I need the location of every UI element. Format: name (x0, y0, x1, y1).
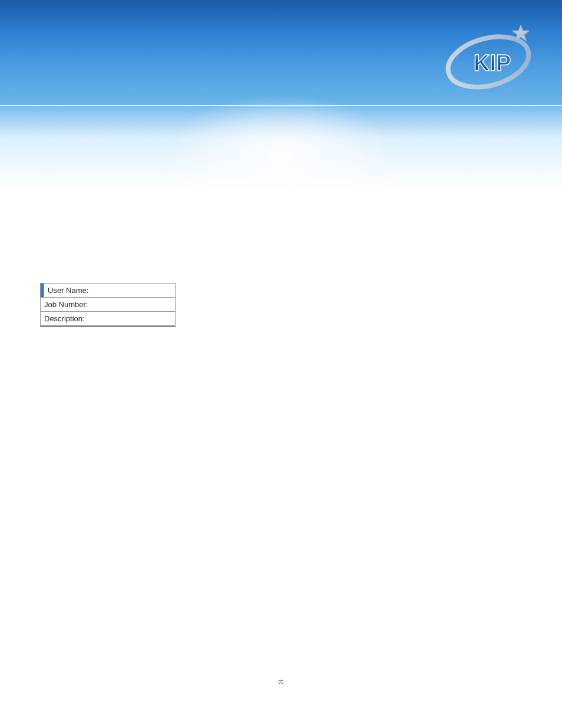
form-label-username: User Name: (44, 284, 176, 298)
copyright-text: © (279, 678, 283, 686)
form-label-jobnumber: Job Number: (41, 298, 176, 312)
kip-logo: KIP (444, 18, 533, 94)
table-row: Description: (41, 312, 176, 327)
header-glow (163, 94, 399, 212)
form-label-description: Description: (41, 312, 176, 327)
form-table: User Name: Job Number: Description: (40, 283, 176, 327)
svg-text:KIP: KIP (474, 51, 511, 75)
table-row: User Name: (41, 284, 176, 298)
form-panel: User Name: Job Number: Description: (40, 283, 176, 327)
kip-logo-icon: KIP (444, 18, 533, 94)
table-row: Job Number: (41, 298, 176, 312)
